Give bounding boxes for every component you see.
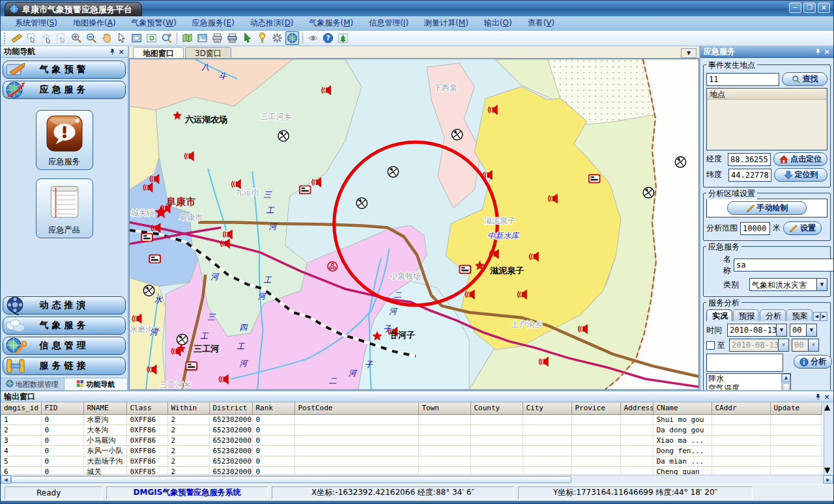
menu-item-3[interactable]: 气象预警(W) [124, 16, 184, 30]
service-name-input[interactable] [734, 259, 833, 272]
zoom-out-icon[interactable] [85, 31, 98, 45]
eye-icon[interactable] [306, 31, 320, 45]
tab-scroll-right-icon[interactable]: ▶ [820, 312, 827, 321]
location-list[interactable]: 地点 [706, 88, 827, 150]
column-header[interactable]: City [523, 402, 571, 414]
refresh-icon[interactable] [145, 31, 158, 45]
analysis-tab-4[interactable]: 预案 [786, 309, 812, 321]
find-button[interactable]: 查找 [782, 72, 827, 86]
range-input[interactable] [740, 222, 770, 235]
map-canvas[interactable]: 六运湖农场三工河乡下西泉九运街阜康市阜康市城关镇滋泥泉子中新水库滋泥泉子小泉牧场… [129, 59, 699, 390]
list-item[interactable]: 空气温度 [708, 384, 780, 390]
listbox-scrollbar[interactable]: ▲ [781, 374, 790, 390]
pin-icon[interactable] [813, 393, 822, 401]
hour-select[interactable]: 00▼ [790, 324, 817, 337]
identify-icon[interactable] [160, 31, 173, 45]
map-svg[interactable]: 六运湖农场三工河乡下西泉九运街阜康市阜康市城关镇滋泥泉子中新水库滋泥泉子小泉牧场… [130, 59, 698, 389]
column-header[interactable]: Address [620, 402, 653, 414]
big-button-2[interactable]: 应急产品 [36, 178, 93, 238]
map-tab-2[interactable]: 3D窗口 [185, 47, 231, 58]
nav-group-bottom-4[interactable]: 服务链接 [3, 357, 126, 375]
chevron-down-icon[interactable]: ▼ [806, 324, 816, 336]
click-locate-button[interactable]: 点击定位 [773, 152, 827, 166]
menu-item-6[interactable]: 气象服务(M) [301, 16, 361, 30]
close-panel-icon[interactable]: × [822, 393, 831, 401]
menu-item-5[interactable]: 动态推演(D) [242, 16, 302, 30]
measure-icon[interactable] [10, 31, 23, 45]
toolbar-grip[interactable] [4, 33, 7, 44]
tab-list-dropdown[interactable]: ▼ [681, 48, 697, 58]
set-button[interactable]: 设置 [783, 221, 822, 235]
big-button-1[interactable]: 应急服务 [36, 110, 93, 170]
analyze-button[interactable]: 分析 [794, 355, 832, 369]
close-panel-icon[interactable]: × [822, 48, 831, 56]
pan-icon[interactable] [100, 31, 113, 45]
menu-item-1[interactable]: 系统管理(S) [7, 16, 65, 30]
column-header[interactable]: Within [167, 402, 209, 414]
table-vscrollbar[interactable]: ▲ ▼ [824, 402, 833, 475]
table-hscrollbar[interactable]: ◀ ▶ [1, 475, 833, 484]
placemark-icon[interactable] [255, 31, 269, 45]
pin-icon[interactable] [108, 48, 117, 56]
menu-item-7[interactable]: 信息管理(I) [361, 16, 416, 30]
column-header[interactable]: CAddr [712, 402, 770, 414]
layers-icon[interactable] [180, 31, 194, 45]
menu-item-4[interactable]: 应急服务(E) [184, 16, 242, 30]
analysis-tab-1[interactable]: 实况 [706, 309, 732, 321]
service-type-select[interactable]: 气象和洪水灾害▼ [749, 278, 827, 291]
manual-draw-button[interactable]: 手动绘制 [727, 201, 807, 215]
to-checkbox[interactable] [706, 341, 715, 350]
left-tab-1[interactable]: 地图数据管理 [1, 378, 65, 390]
close-button[interactable]: × [818, 3, 830, 13]
chevron-down-icon[interactable]: ▼ [776, 324, 786, 336]
pointer-icon[interactable] [115, 31, 128, 45]
scroll-down-icon[interactable]: ▼ [824, 466, 833, 475]
column-header[interactable]: District [209, 402, 252, 414]
restore-button[interactable]: ❐ [803, 3, 816, 13]
latitude-input[interactable] [728, 169, 771, 182]
locate-to-button[interactable]: 定位到 [774, 168, 827, 182]
minimize-button[interactable]: ─ [789, 3, 801, 13]
nav-group-2[interactable]: 应急服务 [3, 81, 126, 99]
scroll-up-icon[interactable]: ▲ [824, 402, 833, 412]
map-tab-1[interactable]: 地图窗口 [133, 47, 184, 58]
column-header[interactable]: RNAME [83, 402, 126, 414]
print-icon[interactable] [210, 31, 224, 45]
column-header[interactable]: PostCode [295, 402, 418, 414]
close-panel-icon[interactable]: × [117, 48, 126, 56]
chevron-down-icon[interactable]: ▼ [816, 279, 827, 290]
globe-icon[interactable] [285, 31, 299, 45]
column-header[interactable]: Class [126, 402, 167, 414]
menu-item-2[interactable]: 地图操作(A) [65, 16, 124, 30]
location-list-header[interactable]: 地点 [707, 89, 827, 100]
select-free-icon[interactable] [40, 31, 53, 45]
output-table[interactable]: dmgis_idFIDRNAMEClassWithinDistrictRankP… [1, 402, 822, 475]
analysis-tab-2[interactable]: 预报 [733, 309, 759, 321]
table-row[interactable]: 30小马厩沟0XFF8626523020000Xiao ma ... [1, 435, 822, 445]
scroll-up-icon[interactable]: ▲ [782, 374, 790, 382]
column-header[interactable]: Rank [252, 402, 295, 414]
selected-element-box[interactable] [706, 354, 783, 372]
print-color-icon[interactable] [225, 31, 239, 45]
menu-item-8[interactable]: 测量计算(M) [416, 16, 476, 30]
select-clear-icon[interactable] [55, 31, 68, 45]
date-select[interactable]: 2010-08-13▼ [727, 324, 787, 337]
column-header[interactable]: Provice [571, 402, 620, 414]
nav-group-bottom-3[interactable]: 信息管理 [3, 337, 126, 355]
nav-group-bottom-2[interactable]: 气象服务 [3, 316, 126, 335]
help-icon[interactable]: ? [321, 31, 335, 45]
nav-group-bottom-1[interactable]: 动态推演 [3, 296, 126, 315]
zoom-in-icon[interactable] [70, 31, 83, 45]
table-row[interactable]: 10水磨沟0XFF8626523020000Shui mo gou [1, 414, 822, 425]
export-image-icon[interactable] [195, 31, 209, 45]
element-listbox[interactable]: 降水空气温度 ▲ [706, 373, 791, 390]
column-header[interactable]: FID [41, 402, 83, 414]
table-row[interactable]: 60城关0XFF8526523020000Cheng guan [1, 466, 822, 475]
column-header[interactable]: CName [653, 402, 712, 414]
scroll-right-icon[interactable]: ▶ [823, 475, 833, 484]
tab-scroll-left-icon[interactable]: ◀ [813, 312, 820, 321]
tree-icon[interactable] [336, 31, 350, 45]
scroll-left-icon[interactable]: ◀ [1, 475, 11, 484]
hscroll-thumb[interactable] [11, 476, 571, 483]
settings-icon[interactable] [270, 31, 284, 45]
